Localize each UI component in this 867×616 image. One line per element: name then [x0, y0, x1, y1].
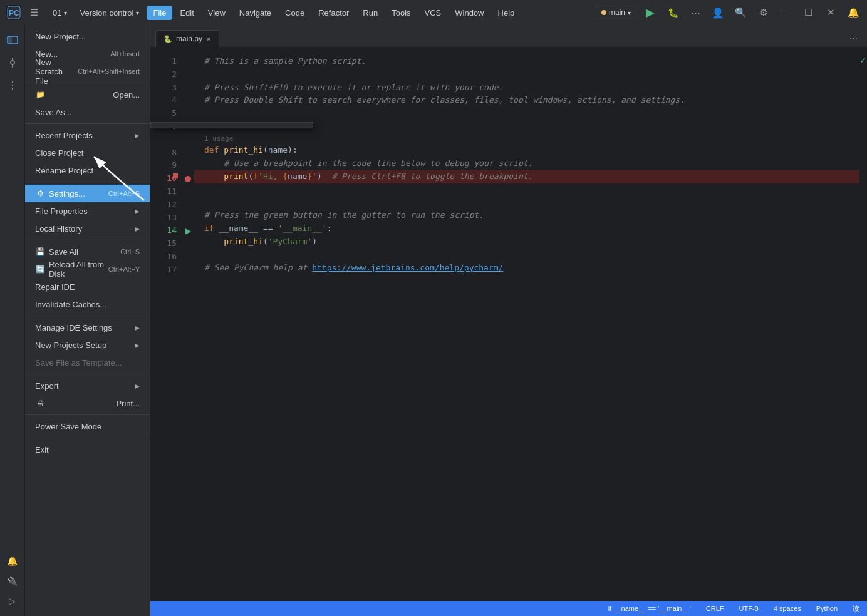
- notification-button[interactable]: 🔔: [844, 4, 862, 21]
- project-name-label: 01: [53, 8, 61, 18]
- menu-view[interactable]: View: [202, 6, 232, 20]
- menu-new-projects-setup[interactable]: New Projects Setup ▶: [25, 336, 150, 354]
- menu-file[interactable]: File: [147, 6, 172, 20]
- menu-refactor[interactable]: Refactor: [312, 6, 355, 20]
- open-label: Open...: [113, 90, 140, 100]
- status-bar-right: if __name__ == '__main__' CRLF UTF-8 4 s…: [606, 604, 862, 613]
- code-editor[interactable]: # This is a sample Python script. # Pres…: [194, 48, 859, 601]
- sidebar-icon-plugins[interactable]: 🔌: [3, 571, 23, 591]
- menu-new-scratch[interactable]: New Scratch File Ctrl+Alt+Shift+Insert: [25, 63, 150, 80]
- new-shortcut: Alt+Insert: [110, 50, 140, 58]
- save-all-shortcut: Ctrl+S: [120, 248, 140, 255]
- hamburger-icon: ☰: [30, 7, 38, 18]
- settings-gear-button[interactable]: ⚙: [754, 4, 772, 21]
- repair-ide-label: Repair IDE: [35, 282, 75, 292]
- search-button[interactable]: 🔍: [732, 4, 749, 21]
- sidebar-icon-commit[interactable]: [3, 53, 23, 73]
- debug-button[interactable]: 🐛: [664, 4, 682, 21]
- menu-help[interactable]: Help: [492, 6, 521, 20]
- branch-selector[interactable]: main ▾: [596, 6, 636, 19]
- code-line-1: # This is a sample Python script.: [194, 55, 859, 68]
- menu-invalidate-caches[interactable]: Invalidate Caches...: [25, 295, 150, 313]
- menu-navigate[interactable]: Navigate: [233, 6, 278, 20]
- menu-reload[interactable]: 🔄 Reload All from Disk Ctrl+Alt+Y: [25, 260, 150, 278]
- version-control-selector[interactable]: Version control ▾: [75, 6, 144, 20]
- rename-project-label: Rename Project: [35, 166, 93, 175]
- menu-bar: File Edit View Navigate Code Refactor Ru…: [147, 6, 593, 20]
- menu-close-project[interactable]: Close Project: [25, 144, 150, 162]
- print-icon: 🖨: [35, 398, 45, 408]
- menu-new-project[interactable]: New Project...: [25, 28, 150, 45]
- menu-code[interactable]: Code: [279, 6, 311, 20]
- exit-label: Exit: [35, 445, 49, 454]
- menu-exit[interactable]: Exit: [25, 441, 150, 458]
- menu-local-history[interactable]: Local History ▶: [25, 220, 150, 237]
- menu-tools[interactable]: Tools: [385, 6, 417, 20]
- menu-print[interactable]: 🖨 Print...: [25, 394, 150, 412]
- menu-vcs[interactable]: VCS: [418, 6, 448, 20]
- app-logo: PC: [5, 4, 23, 21]
- hamburger-menu-button[interactable]: ☰: [25, 4, 43, 21]
- code-line-5: [194, 107, 859, 120]
- no-errors-indicator: ✓: [859, 55, 867, 65]
- version-control-dropdown-icon: ▾: [136, 9, 139, 16]
- left-sidebar: ⋮ 🔔 🔌 ▷: [0, 25, 25, 616]
- menu-open[interactable]: 📁 Open...: [25, 86, 150, 103]
- sep-3: [25, 182, 150, 182]
- menu-export[interactable]: Export ▶: [25, 377, 150, 394]
- sidebar-icon-structure[interactable]: ⋮: [3, 75, 23, 95]
- more-actions-button[interactable]: ⋯: [687, 4, 704, 21]
- close-window-button[interactable]: ✕: [822, 4, 839, 21]
- settings-shortcut: Ctrl+Alt+S: [108, 190, 140, 197]
- menu-manage-ide-settings[interactable]: Manage IDE Settings ▶: [25, 319, 150, 336]
- new-projects-setup-label: New Projects Setup: [35, 341, 106, 350]
- menu-rename-project[interactable]: Rename Project: [25, 162, 150, 179]
- sidebar-icon-run-panel[interactable]: ▷: [3, 591, 23, 611]
- open-folder-icon: 📁: [35, 90, 45, 100]
- status-line-ending[interactable]: CRLF: [703, 605, 727, 612]
- line-numbers: 1 2 3 4 5 6 8 9 10 11 12 13 14 15 16 17: [150, 48, 182, 601]
- top-bar: PC ☰ 01 ▾ Version control ▾ File Edit Vi…: [0, 0, 867, 25]
- menu-run[interactable]: Run: [356, 6, 384, 20]
- menu-recent-projects[interactable]: Recent Projects ▶: [25, 126, 150, 144]
- sep-2: [25, 123, 150, 124]
- maximize-button[interactable]: ☐: [799, 4, 817, 21]
- minimize-button[interactable]: —: [777, 4, 794, 21]
- status-extra-label: 读: [853, 604, 859, 613]
- right-gutter: ✓: [859, 48, 867, 601]
- code-line-9: # Use a breakpoint in the code line belo…: [194, 157, 859, 170]
- menu-file-properties[interactable]: File Properties ▶: [25, 202, 150, 220]
- status-bottom-text: if __name__ == '__main__': [606, 605, 693, 612]
- status-indent[interactable]: 4 spaces: [771, 605, 804, 612]
- profile-button[interactable]: 👤: [709, 4, 727, 21]
- menu-window[interactable]: Window: [449, 6, 490, 20]
- menu-settings[interactable]: ⚙ Settings... Ctrl+Alt+S: [25, 185, 150, 202]
- code-line-10: print(f'Hi, {name}') # Press Ctrl+F8 to …: [194, 170, 859, 183]
- reload-icon: 🔄: [35, 264, 45, 274]
- tab-actions-button[interactable]: ⋯: [844, 29, 862, 47]
- print-label: Print...: [116, 399, 140, 408]
- menu-edit[interactable]: Edit: [174, 6, 200, 20]
- file-properties-arrow-icon: ▶: [135, 208, 140, 215]
- manage-ide-arrow-icon: ▶: [135, 324, 140, 331]
- menu-save-all[interactable]: 💾 Save All Ctrl+S: [25, 243, 150, 260]
- editor-tab-main-py[interactable]: 🐍 main.py ✕: [155, 30, 219, 47]
- tab-close-button[interactable]: ✕: [206, 36, 211, 43]
- menu-repair-ide[interactable]: Repair IDE: [25, 278, 150, 295]
- status-encoding-label: UTF-8: [739, 605, 759, 612]
- editor-area: 🐍 main.py ✕ ⋯ 1 2 3 4 5 6 8 9 10 11 12 1…: [150, 25, 867, 601]
- menu-save-template: Save File as Template...: [25, 354, 150, 371]
- sidebar-icon-notifications[interactable]: 🔔: [3, 551, 23, 571]
- sidebar-icon-project[interactable]: [3, 30, 23, 50]
- code-line-15: print_hi('PyCharm'): [194, 235, 859, 249]
- menu-power-save[interactable]: Power Save Mode: [25, 418, 150, 435]
- status-language[interactable]: Python: [814, 605, 840, 612]
- run-button[interactable]: ▶: [641, 4, 659, 21]
- project-selector[interactable]: 01 ▾: [48, 6, 72, 20]
- code-line-11: [194, 183, 859, 197]
- code-line-3: # Press Shift+F10 to execute it or repla…: [194, 81, 859, 95]
- status-encoding[interactable]: UTF-8: [737, 605, 761, 612]
- project-dropdown-icon: ▾: [64, 9, 67, 16]
- code-line-16: [194, 249, 859, 262]
- menu-save-as[interactable]: Save As...: [25, 103, 150, 121]
